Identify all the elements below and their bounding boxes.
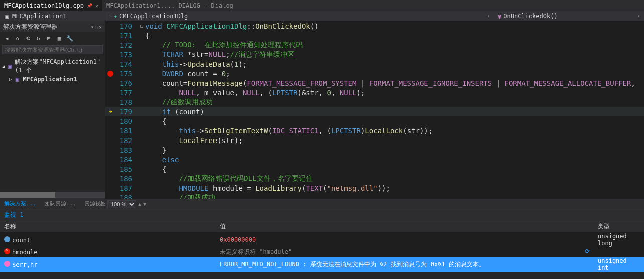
line-number: 186 [115, 175, 135, 183]
watch-name: count [12, 237, 30, 244]
navigation-bar: ▣ MFCApplication1 → ✦ CMFCApplication1Dl… [0, 11, 644, 21]
code-line[interactable]: 183 } [105, 145, 644, 155]
nav-down-icon[interactable]: ▼ [143, 201, 146, 207]
code-line[interactable]: 188 //加载成功 [105, 193, 644, 199]
watch-row[interactable]: hmodule未定义标识符 "hmodule"⟳ [0, 247, 644, 257]
code-text[interactable]: LocalFree(str); [145, 136, 644, 145]
code-text[interactable]: this->UpdateData(1); [145, 60, 644, 68]
code-line[interactable]: 182 LocalFree(str); [105, 135, 644, 145]
code-text[interactable]: else [145, 156, 644, 164]
back-button[interactable]: ◄ [2, 34, 11, 43]
line-number: 182 [115, 136, 135, 145]
nav-class[interactable]: → ✦ CMFCApplication1Dlg ▾ [105, 13, 494, 20]
zoom-select[interactable]: 100 % [107, 200, 136, 208]
watch-title[interactable]: 监视 1 [0, 209, 644, 221]
expand-icon[interactable]: ◢ [2, 64, 5, 69]
chevron-down-icon[interactable]: ▾ [487, 14, 490, 18]
tab-team-explorer[interactable]: 团队资源... [40, 200, 80, 207]
fold-toggle[interactable]: ⊟ [138, 23, 145, 29]
line-number: 175 [115, 70, 135, 78]
col-type[interactable]: 类型 [594, 221, 644, 232]
dropdown-icon[interactable]: ▾ [91, 24, 94, 30]
refresh-icon[interactable]: ⟳ [585, 248, 590, 255]
code-text[interactable]: if (count) [145, 108, 644, 116]
line-number: 177 [115, 89, 135, 97]
code-line[interactable]: 184 else [105, 155, 644, 164]
close-icon[interactable]: ✕ [99, 24, 102, 30]
code-text[interactable]: { [145, 32, 644, 40]
search-box [0, 44, 105, 55]
tab-dialog-designer[interactable]: MFCApplication1...._DIALOG - Dialog [102, 0, 237, 11]
breakpoint-gutter[interactable] [105, 71, 115, 77]
line-number: 183 [115, 146, 135, 154]
code-line[interactable]: 180 { [105, 116, 644, 126]
project-icon: ▣ [14, 76, 21, 83]
pin-icon[interactable]: ⊓ [95, 24, 98, 30]
code-text[interactable]: HMODULE hmodule = LoadLibrary(TEXT("netm… [145, 184, 644, 192]
code-text[interactable]: //加载网络错误代码DLL文件，名字要记住 [145, 174, 644, 183]
code-text[interactable]: void CMFCApplication1Dlg::OnBnClickedOk(… [145, 22, 644, 30]
show-all-button[interactable]: ▦ [55, 34, 64, 43]
code-text[interactable]: this->SetDlgItemTextW(IDC_STATIC1, (LPCT… [145, 127, 644, 135]
code-line[interactable]: ➜179 if (count) [105, 107, 644, 116]
code-text[interactable]: { [145, 165, 644, 173]
line-number: 178 [115, 98, 135, 106]
close-icon[interactable]: ✕ [95, 3, 98, 9]
code-text[interactable]: //函数调用成功 [145, 98, 644, 107]
nav-up-icon[interactable]: ▲ [138, 201, 141, 207]
refresh-icon[interactable]: ⟳ [585, 260, 590, 267]
col-name[interactable]: 名称 [0, 221, 216, 232]
line-number: 170 [115, 22, 135, 30]
code-text[interactable]: DWORD count = 0; [145, 70, 644, 78]
watch-value: ERROR_MR_MID_NOT_FOUND : 系统无法在消息文件中为 %2 … [220, 261, 485, 268]
code-line[interactable]: 171{ [105, 31, 644, 40]
code-line[interactable]: 172 // TODO: 在此添加控件通知处理程序代码 [105, 40, 644, 50]
breakpoint-gutter[interactable]: ➜ [105, 108, 115, 115]
sync-button[interactable]: ⟲ [23, 34, 32, 43]
breakpoint-icon[interactable] [107, 71, 113, 77]
code-line[interactable]: 185 { [105, 164, 644, 174]
code-text[interactable]: } [145, 146, 644, 154]
nav-scope[interactable]: ▣ MFCApplication1 [0, 13, 105, 20]
code-text[interactable]: // TODO: 在此添加控件通知处理程序代码 [145, 41, 644, 50]
code-text[interactable]: NULL, m_value, NULL, (LPTSTR)&str, 0, NU… [145, 89, 644, 97]
watch-row[interactable]: count0x00000000unsigned long [0, 232, 644, 248]
chevron-down-icon[interactable]: ▾ [637, 14, 640, 18]
solution-node[interactable]: ◢ ▣ 解决方案"MFCApplication1"(1 个 [0, 57, 105, 75]
code-viewport[interactable]: 170⊟void CMFCApplication1Dlg::OnBnClicke… [105, 21, 644, 199]
code-text[interactable]: TCHAR *str=NULL;//消息字符串缓冲区 [145, 50, 644, 59]
code-line[interactable]: 186 //加载网络错误代码DLL文件，名字要记住 [105, 174, 644, 183]
refresh-button[interactable]: ↻ [34, 34, 43, 43]
pin-icon[interactable]: 📌 [87, 3, 92, 8]
code-line[interactable]: 174 this->UpdateData(1); [105, 59, 644, 69]
search-input[interactable] [2, 45, 103, 54]
tab-source-file[interactable]: MFCApplication1Dlg.cpp 📌 ✕ [0, 0, 102, 11]
code-line[interactable]: 178 //函数调用成功 [105, 97, 644, 107]
code-line[interactable]: 173 TCHAR *str=NULL;//消息字符串缓冲区 [105, 50, 644, 59]
code-line[interactable]: 177 NULL, m_value, NULL, (LPTSTR)&str, 0… [105, 88, 644, 97]
project-node[interactable]: ▷ ▣ MFCApplication1 [0, 75, 105, 83]
code-line[interactable]: 187 HMODULE hmodule = LoadLibrary(TEXT("… [105, 183, 644, 193]
line-number: 180 [115, 117, 135, 125]
watch-row[interactable]: $err,hrERROR_MR_MID_NOT_FOUND : 系统无法在消息文… [0, 257, 644, 272]
code-text[interactable]: count=FormatMessage(FORMAT_MESSAGE_FROM_… [145, 79, 644, 87]
properties-button[interactable]: 🔧 [65, 34, 74, 43]
code-line[interactable]: 181 this->SetDlgItemTextW(IDC_STATIC1, (… [105, 126, 644, 135]
expand-icon[interactable]: ▷ [9, 77, 12, 82]
code-line[interactable]: 175 DWORD count = 0; [105, 69, 644, 78]
watch-name: hmodule [12, 249, 38, 256]
code-text[interactable]: //加载成功 [145, 193, 644, 199]
col-value[interactable]: 值 [216, 221, 594, 232]
collapse-button[interactable]: ⊟ [44, 34, 53, 43]
code-line[interactable]: 176 count=FormatMessage(FORMAT_MESSAGE_F… [105, 78, 644, 88]
code-text[interactable]: { [145, 117, 644, 125]
nav-function[interactable]: ◉ OnBnClickedOk() ▾ [494, 13, 644, 20]
document-tabs: MFCApplication1Dlg.cpp 📌 ✕ MFCApplicatio… [0, 0, 644, 11]
watch-type [594, 247, 644, 257]
scrollbar-horizontal[interactable] [0, 192, 105, 198]
code-line[interactable]: 170⊟void CMFCApplication1Dlg::OnBnClicke… [105, 21, 644, 31]
watch-table: 名称 值 类型 count0x00000000unsigned longhmod… [0, 221, 644, 272]
home-button[interactable]: ⌂ [13, 34, 22, 43]
tab-solution-explorer[interactable]: 解决方案... [0, 200, 40, 207]
line-number: 181 [115, 127, 135, 135]
